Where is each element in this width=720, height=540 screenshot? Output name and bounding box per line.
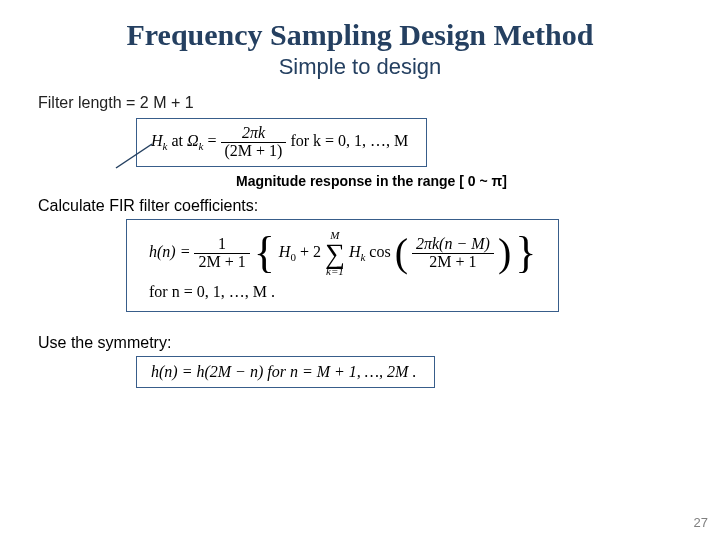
pointer-line-icon	[114, 142, 154, 170]
equation-2-wrap: h(n) = 12M + 1 { H0 + 2 M ∑ k=1 Hk cos (…	[126, 219, 682, 312]
slide-subtitle: Simple to design	[38, 54, 682, 80]
summation-icon: M ∑ k=1	[325, 230, 345, 277]
page-number: 27	[694, 515, 708, 530]
right-brace-icon: }	[515, 231, 536, 275]
left-brace-icon: {	[254, 231, 275, 275]
calc-coeff-label: Calculate FIR filter coefficients:	[38, 197, 682, 215]
eq2-for-line: for n = 0, 1, …, M .	[149, 283, 536, 301]
magnitude-note: Magnitude response in the range [ 0 ~ π]	[236, 173, 682, 189]
equation-1-box: Hk at Ωk = 2πk(2M + 1) for k = 0, 1, …, …	[136, 118, 427, 167]
equation-1-wrap: Hk at Ωk = 2πk(2M + 1) for k = 0, 1, …, …	[136, 118, 682, 167]
equation-3-box: h(n) = h(2M − n) for n = M + 1, …, 2M .	[136, 356, 435, 388]
right-paren-icon: )	[498, 233, 511, 273]
filter-length-text: Filter length = 2 M + 1	[38, 94, 682, 112]
equation-2-box: h(n) = 12M + 1 { H0 + 2 M ∑ k=1 Hk cos (…	[126, 219, 559, 312]
left-paren-icon: (	[395, 233, 408, 273]
symmetry-label: Use the symmetry:	[38, 334, 682, 352]
svg-line-0	[116, 144, 152, 168]
equation-3-wrap: h(n) = h(2M − n) for n = M + 1, …, 2M .	[136, 356, 682, 388]
slide-title: Frequency Sampling Design Method	[38, 18, 682, 52]
eq3-text: h(n) = h(2M − n) for n = M + 1, …, 2M .	[151, 363, 416, 380]
